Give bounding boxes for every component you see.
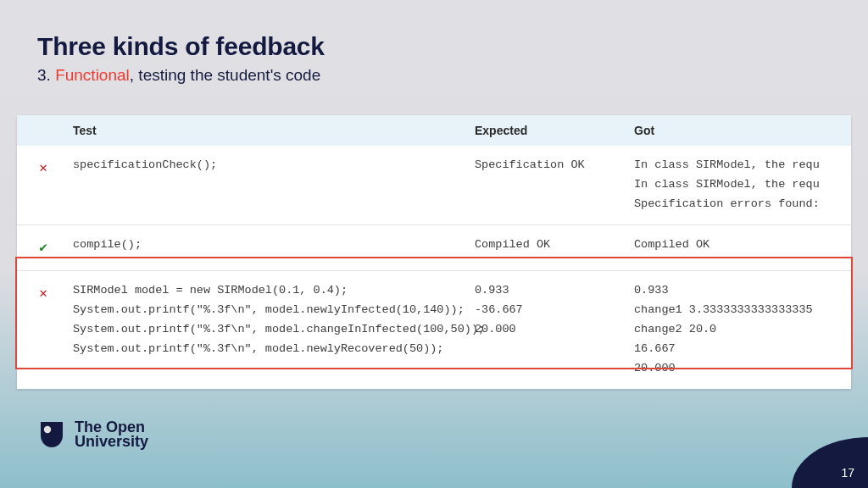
col-expected-header: Expected (475, 124, 634, 137)
corner-decoration (792, 437, 868, 488)
check-icon: ✔ (39, 237, 47, 260)
subtitle-rest: , testing the student's code (130, 66, 320, 84)
got-cell: 0.933 change1 3.3333333333333335 change2… (634, 281, 851, 379)
test-cell: compile(); (70, 236, 475, 255)
expected-cell: Compiled OK (475, 236, 634, 255)
slide-title: Three kinds of feedback (37, 32, 325, 61)
page-number: 17 (841, 466, 854, 480)
table-row: ✕ specificationCheck(); Specification OK… (17, 146, 851, 225)
test-cell: SIRModel model = new SIRModel(0.1, 0.4);… (70, 281, 475, 359)
svg-point-0 (44, 426, 51, 433)
slide: Three kinds of feedback 3. Functional, t… (0, 0, 868, 488)
results-table: Test Expected Got ✕ specificationCheck()… (17, 115, 851, 389)
expected-cell: Specification OK (475, 156, 634, 175)
cross-icon: ✕ (39, 283, 47, 306)
shield-icon (37, 420, 66, 449)
table-row: ✕ SIRModel model = new SIRModel(0.1, 0.4… (17, 270, 851, 389)
subtitle-prefix: 3. (37, 66, 55, 84)
table-row: ✔ compile(); Compiled OK Compiled OK (17, 225, 851, 270)
col-got-header: Got (634, 124, 851, 137)
logo-line2: University (75, 435, 148, 449)
got-cell: Compiled OK (634, 236, 851, 255)
ou-logo: The Open University (37, 420, 148, 449)
cross-icon: ✕ (39, 158, 47, 180)
table-header: Test Expected Got (17, 115, 851, 146)
subtitle-accent: Functional (55, 66, 130, 84)
col-test-header: Test (70, 124, 475, 137)
expected-cell: 0.933 -36.667 20.000 (475, 281, 634, 340)
test-cell: specificationCheck(); (70, 156, 475, 175)
slide-subtitle: 3. Functional, testing the student's cod… (37, 66, 325, 85)
got-cell: In class SIRModel, the requ In class SIR… (634, 156, 851, 214)
title-block: Three kinds of feedback 3. Functional, t… (37, 32, 325, 85)
logo-text: The Open University (75, 420, 148, 449)
